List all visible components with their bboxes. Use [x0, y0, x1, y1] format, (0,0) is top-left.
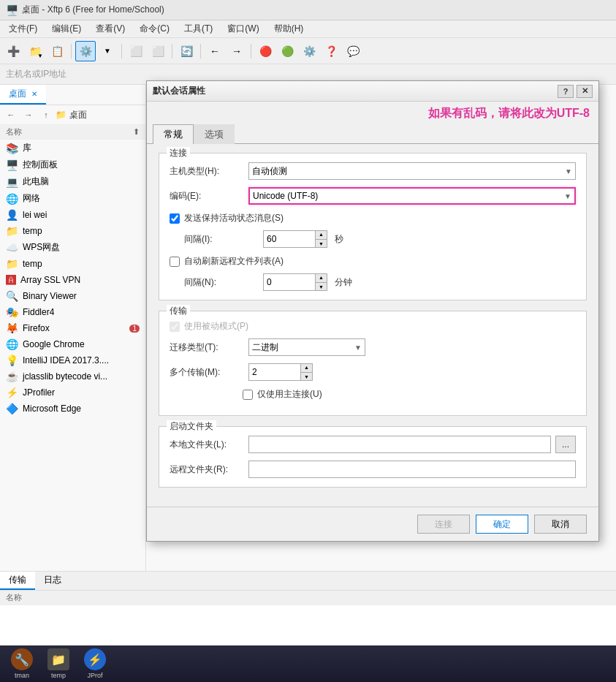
multi-spinner-buttons: ▲ ▼ — [300, 363, 312, 381]
interval-label: 间隔(I): — [184, 233, 257, 246]
interval-down[interactable]: ▼ — [316, 240, 327, 249]
dialog-overlay: 默认会话属性 ? ✕ 如果有乱码，请将此改为UTF-8 常规 选项 连接 主机类… — [0, 0, 616, 682]
interval-unit: 秒 — [335, 233, 343, 246]
host-type-label: 主机类型(H): — [170, 165, 243, 178]
connection-section: 连接 主机类型(H): 自动侦测 ▼ 编码(E): — [159, 153, 587, 300]
local-folder-control: ... — [248, 436, 576, 453]
local-folder-row: 本地文件夹(L): ... — [170, 436, 576, 453]
encoding-arrow: ▼ — [564, 192, 571, 200]
dialog-title: 默认会话属性 — [153, 85, 558, 97]
encoding-value: Unicode (UTF-8) — [253, 191, 318, 201]
dialog-tabs: 常规 选项 — [147, 124, 598, 144]
auto-refresh-checkbox[interactable] — [170, 257, 180, 267]
keepalive-checkbox[interactable] — [170, 213, 180, 224]
multi-label: 多个传输(M): — [170, 366, 243, 379]
remote-folder-row: 远程文件夹(R): — [170, 461, 576, 478]
keepalive-label: 发送保持活动状态消息(S) — [184, 212, 284, 224]
only-main-checkbox[interactable] — [243, 390, 253, 400]
dialog-controls: ? ✕ — [558, 85, 593, 98]
interval-spinner[interactable]: ▲ ▼ — [263, 230, 327, 248]
host-type-row: 主机类型(H): 自动侦测 ▼ — [170, 162, 576, 180]
spinner-buttons: ▲ ▼ — [315, 230, 327, 248]
connection-section-label: 连接 — [167, 147, 190, 159]
host-type-control: 自动侦测 ▼ — [248, 162, 576, 180]
remote-folder-control — [248, 461, 576, 478]
encoding-select[interactable]: Unicode (UTF-8) ▼ — [248, 187, 576, 205]
only-main-label: 仅使用主连接(U) — [257, 388, 322, 401]
transfer-type-select[interactable]: 二进制 ▼ — [248, 338, 365, 356]
dialog-close-btn[interactable]: ✕ — [577, 85, 593, 98]
interval2-up[interactable]: ▲ — [316, 273, 327, 283]
passive-row: 使用被动模式(P) — [170, 320, 576, 333]
interval2-control: ▲ ▼ 分钟 — [263, 273, 576, 291]
connect-button[interactable]: 连接 — [417, 515, 470, 534]
interval2-down[interactable]: ▼ — [316, 283, 327, 292]
interval2-unit: 分钟 — [335, 276, 352, 289]
dialog-hint: 如果有乱码，请将此改为UTF-8 — [147, 102, 598, 123]
multi-transfer-row: 多个传输(M): ▲ ▼ — [170, 363, 576, 381]
interval-up[interactable]: ▲ — [316, 230, 327, 240]
multi-input[interactable] — [249, 363, 300, 381]
cancel-button[interactable]: 取消 — [534, 515, 587, 534]
passive-label: 使用被动模式(P) — [184, 320, 248, 333]
interval-row: 间隔(I): ▲ ▼ 秒 — [170, 230, 576, 248]
dialog-title-bar: 默认会话属性 ? ✕ — [147, 81, 598, 102]
auto-refresh-row: 自动刷新远程文件列表(A) — [170, 255, 576, 268]
transfer-section: 传输 使用被动模式(P) 迁移类型(T): 二进制 ▼ — [159, 311, 587, 416]
encoding-control: Unicode (UTF-8) ▼ — [248, 187, 576, 205]
interval-control: ▲ ▼ 秒 — [263, 230, 576, 248]
multi-control: ▲ ▼ — [248, 363, 576, 381]
transfer-type-control: 二进制 ▼ — [248, 338, 576, 356]
interval2-input[interactable] — [264, 273, 315, 291]
keepalive-row: 发送保持活动状态消息(S) — [170, 212, 576, 224]
transfer-type-value: 二进制 — [252, 341, 278, 354]
transfer-type-label: 迁移类型(T): — [170, 341, 243, 354]
interval-input[interactable] — [264, 230, 315, 248]
ok-button[interactable]: 确定 — [476, 515, 528, 534]
startup-section: 启动文件夹 本地文件夹(L): ... 远程文件夹(R): — [159, 426, 587, 488]
encoding-row: 编码(E): Unicode (UTF-8) ▼ — [170, 187, 576, 205]
transfer-type-row: 迁移类型(T): 二进制 ▼ — [170, 338, 576, 356]
transfer-type-arrow: ▼ — [354, 344, 362, 352]
multi-down[interactable]: ▼ — [301, 373, 312, 382]
local-browse-btn[interactable]: ... — [555, 436, 576, 453]
host-type-value: 自动侦测 — [252, 165, 287, 178]
dialog-tab-general[interactable]: 常规 — [153, 124, 194, 144]
spinner2-buttons: ▲ ▼ — [315, 273, 327, 291]
auto-refresh-label: 自动刷新远程文件列表(A) — [184, 255, 284, 268]
dialog-body: 连接 主机类型(H): 自动侦测 ▼ 编码(E): — [147, 144, 598, 507]
interval2-spinner[interactable]: ▲ ▼ — [263, 273, 327, 291]
local-folder-label: 本地文件夹(L): — [170, 439, 243, 451]
startup-section-label: 启动文件夹 — [167, 420, 216, 433]
only-main-row: 仅使用主连接(U) — [170, 388, 576, 401]
encoding-label: 编码(E): — [170, 190, 243, 202]
multi-spinner[interactable]: ▲ ▼ — [248, 363, 313, 381]
host-type-select[interactable]: 自动侦测 ▼ — [248, 162, 576, 180]
dialog-tab-options[interactable]: 选项 — [194, 124, 235, 144]
session-properties-dialog: 默认会话属性 ? ✕ 如果有乱码，请将此改为UTF-8 常规 选项 连接 主机类… — [146, 80, 599, 542]
passive-checkbox[interactable] — [170, 322, 180, 332]
remote-folder-label: 远程文件夹(R): — [170, 463, 243, 476]
host-type-arrow: ▼ — [565, 167, 572, 175]
dialog-footer: 连接 确定 取消 — [147, 507, 598, 541]
interval2-row: 间隔(N): ▲ ▼ 分钟 — [170, 273, 576, 291]
local-folder-input[interactable] — [248, 436, 551, 453]
multi-up[interactable]: ▲ — [301, 363, 312, 373]
transfer-section-label: 传输 — [167, 305, 190, 317]
interval2-label: 间隔(N): — [184, 276, 257, 289]
remote-folder-input[interactable] — [248, 461, 576, 478]
dialog-question-btn[interactable]: ? — [558, 85, 574, 98]
